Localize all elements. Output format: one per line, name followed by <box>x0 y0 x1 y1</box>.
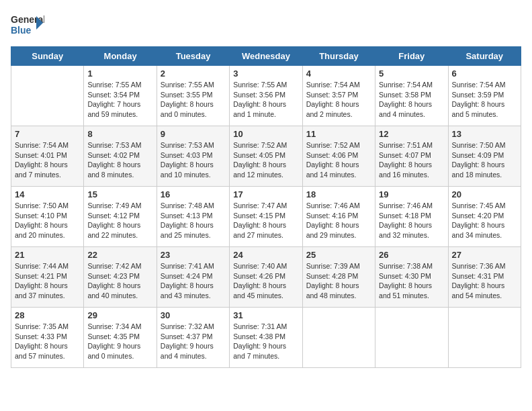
calendar-cell: 18Sunrise: 7:46 AM Sunset: 4:16 PM Dayli… <box>302 187 375 247</box>
date-number: 29 <box>87 310 152 320</box>
calendar-cell: 1Sunrise: 7:55 AM Sunset: 3:54 PM Daylig… <box>84 66 157 126</box>
calendar-cell: 10Sunrise: 7:52 AM Sunset: 4:05 PM Dayli… <box>230 126 302 187</box>
page-header: GeneralBlue <box>11 11 521 41</box>
cell-content: Sunrise: 7:39 AM Sunset: 4:28 PM Dayligh… <box>306 261 371 301</box>
date-number: 18 <box>306 189 371 199</box>
cell-content: Sunrise: 7:44 AM Sunset: 4:21 PM Dayligh… <box>15 261 80 301</box>
calendar-cell <box>375 308 448 368</box>
date-number: 8 <box>87 129 152 139</box>
cell-content: Sunrise: 7:41 AM Sunset: 4:24 PM Dayligh… <box>161 261 226 301</box>
calendar-cell: 12Sunrise: 7:51 AM Sunset: 4:07 PM Dayli… <box>375 126 448 187</box>
date-number: 16 <box>161 189 226 199</box>
cell-content: Sunrise: 7:35 AM Sunset: 4:33 PM Dayligh… <box>15 322 80 361</box>
calendar-cell: 21Sunrise: 7:44 AM Sunset: 4:21 PM Dayli… <box>11 247 84 308</box>
week-row-3: 14Sunrise: 7:50 AM Sunset: 4:10 PM Dayli… <box>11 187 521 247</box>
cell-content: Sunrise: 7:40 AM Sunset: 4:26 PM Dayligh… <box>233 261 298 301</box>
calendar-table: SundayMondayTuesdayWednesdayThursdayFrid… <box>11 46 521 368</box>
date-number: 1 <box>87 68 152 79</box>
svg-text:Blue: Blue <box>11 25 32 36</box>
calendar-cell: 27Sunrise: 7:36 AM Sunset: 4:31 PM Dayli… <box>448 247 521 308</box>
day-header-row: SundayMondayTuesdayWednesdayThursdayFrid… <box>11 47 521 66</box>
calendar-cell: 6Sunrise: 7:54 AM Sunset: 3:59 PM Daylig… <box>448 66 521 126</box>
calendar-cell: 24Sunrise: 7:40 AM Sunset: 4:26 PM Dayli… <box>230 247 302 308</box>
date-number: 19 <box>379 189 444 199</box>
calendar-cell: 3Sunrise: 7:55 AM Sunset: 3:56 PM Daylig… <box>230 66 302 126</box>
calendar-cell: 13Sunrise: 7:50 AM Sunset: 4:09 PM Dayli… <box>448 126 521 187</box>
calendar-cell: 31Sunrise: 7:31 AM Sunset: 4:38 PM Dayli… <box>230 308 302 368</box>
cell-content: Sunrise: 7:55 AM Sunset: 3:55 PM Dayligh… <box>161 80 226 120</box>
calendar-cell: 17Sunrise: 7:47 AM Sunset: 4:15 PM Dayli… <box>230 187 302 247</box>
calendar-cell: 28Sunrise: 7:35 AM Sunset: 4:33 PM Dayli… <box>11 308 84 368</box>
date-number: 5 <box>379 68 444 79</box>
day-header-saturday: Saturday <box>448 47 521 66</box>
logo: GeneralBlue <box>11 11 44 41</box>
cell-content: Sunrise: 7:53 AM Sunset: 4:02 PM Dayligh… <box>87 140 152 180</box>
date-number: 31 <box>233 310 298 320</box>
cell-content: Sunrise: 7:42 AM Sunset: 4:23 PM Dayligh… <box>87 261 152 301</box>
week-row-1: 1Sunrise: 7:55 AM Sunset: 3:54 PM Daylig… <box>11 66 521 126</box>
date-number: 13 <box>452 129 517 139</box>
calendar-cell: 20Sunrise: 7:45 AM Sunset: 4:20 PM Dayli… <box>448 187 521 247</box>
calendar-cell: 2Sunrise: 7:55 AM Sunset: 3:55 PM Daylig… <box>157 66 229 126</box>
date-number: 14 <box>15 189 80 199</box>
date-number: 6 <box>452 68 517 79</box>
calendar-cell: 8Sunrise: 7:53 AM Sunset: 4:02 PM Daylig… <box>84 126 157 187</box>
date-number: 15 <box>87 189 152 199</box>
cell-content: Sunrise: 7:55 AM Sunset: 3:56 PM Dayligh… <box>233 80 298 120</box>
cell-content: Sunrise: 7:47 AM Sunset: 4:15 PM Dayligh… <box>233 201 298 240</box>
week-row-5: 28Sunrise: 7:35 AM Sunset: 4:33 PM Dayli… <box>11 308 521 368</box>
date-number: 7 <box>15 129 80 139</box>
calendar-cell <box>448 308 521 368</box>
day-header-thursday: Thursday <box>302 47 375 66</box>
calendar-cell: 5Sunrise: 7:54 AM Sunset: 3:58 PM Daylig… <box>375 66 448 126</box>
date-number: 4 <box>306 68 371 79</box>
cell-content: Sunrise: 7:54 AM Sunset: 3:57 PM Dayligh… <box>306 80 371 120</box>
calendar-cell: 29Sunrise: 7:34 AM Sunset: 4:35 PM Dayli… <box>84 308 157 368</box>
week-row-4: 21Sunrise: 7:44 AM Sunset: 4:21 PM Dayli… <box>11 247 521 308</box>
calendar-cell: 19Sunrise: 7:46 AM Sunset: 4:18 PM Dayli… <box>375 187 448 247</box>
calendar-cell <box>11 66 84 126</box>
cell-content: Sunrise: 7:54 AM Sunset: 4:01 PM Dayligh… <box>15 140 80 180</box>
calendar-cell: 22Sunrise: 7:42 AM Sunset: 4:23 PM Dayli… <box>84 247 157 308</box>
date-number: 25 <box>306 250 371 260</box>
cell-content: Sunrise: 7:54 AM Sunset: 3:58 PM Dayligh… <box>379 80 444 120</box>
cell-content: Sunrise: 7:34 AM Sunset: 4:35 PM Dayligh… <box>87 322 152 361</box>
date-number: 3 <box>233 68 298 79</box>
cell-content: Sunrise: 7:52 AM Sunset: 4:06 PM Dayligh… <box>306 140 371 180</box>
calendar-cell: 25Sunrise: 7:39 AM Sunset: 4:28 PM Dayli… <box>302 247 375 308</box>
date-number: 21 <box>15 250 80 260</box>
cell-content: Sunrise: 7:32 AM Sunset: 4:37 PM Dayligh… <box>161 322 226 361</box>
calendar-cell: 30Sunrise: 7:32 AM Sunset: 4:37 PM Dayli… <box>157 308 229 368</box>
cell-content: Sunrise: 7:46 AM Sunset: 4:18 PM Dayligh… <box>379 201 444 240</box>
date-number: 27 <box>452 250 517 260</box>
date-number: 20 <box>452 189 517 199</box>
calendar-cell: 16Sunrise: 7:48 AM Sunset: 4:13 PM Dayli… <box>157 187 229 247</box>
calendar-cell: 11Sunrise: 7:52 AM Sunset: 4:06 PM Dayli… <box>302 126 375 187</box>
logo-icon: GeneralBlue <box>11 11 44 41</box>
date-number: 9 <box>161 129 226 139</box>
date-number: 30 <box>161 310 226 320</box>
calendar-cell: 14Sunrise: 7:50 AM Sunset: 4:10 PM Dayli… <box>11 187 84 247</box>
day-header-tuesday: Tuesday <box>157 47 229 66</box>
date-number: 26 <box>379 250 444 260</box>
day-header-monday: Monday <box>84 47 157 66</box>
cell-content: Sunrise: 7:53 AM Sunset: 4:03 PM Dayligh… <box>161 140 226 180</box>
cell-content: Sunrise: 7:51 AM Sunset: 4:07 PM Dayligh… <box>379 140 444 180</box>
date-number: 17 <box>233 189 298 199</box>
calendar-cell: 23Sunrise: 7:41 AM Sunset: 4:24 PM Dayli… <box>157 247 229 308</box>
cell-content: Sunrise: 7:48 AM Sunset: 4:13 PM Dayligh… <box>161 201 226 240</box>
cell-content: Sunrise: 7:38 AM Sunset: 4:30 PM Dayligh… <box>379 261 444 301</box>
date-number: 10 <box>233 129 298 139</box>
calendar-cell: 26Sunrise: 7:38 AM Sunset: 4:30 PM Dayli… <box>375 247 448 308</box>
cell-content: Sunrise: 7:50 AM Sunset: 4:10 PM Dayligh… <box>15 201 80 240</box>
day-header-friday: Friday <box>375 47 448 66</box>
week-row-2: 7Sunrise: 7:54 AM Sunset: 4:01 PM Daylig… <box>11 126 521 187</box>
date-number: 2 <box>161 68 226 79</box>
date-number: 22 <box>87 250 152 260</box>
day-header-sunday: Sunday <box>11 47 84 66</box>
cell-content: Sunrise: 7:36 AM Sunset: 4:31 PM Dayligh… <box>452 261 517 301</box>
cell-content: Sunrise: 7:49 AM Sunset: 4:12 PM Dayligh… <box>87 201 152 240</box>
cell-content: Sunrise: 7:54 AM Sunset: 3:59 PM Dayligh… <box>452 80 517 120</box>
cell-content: Sunrise: 7:55 AM Sunset: 3:54 PM Dayligh… <box>87 80 152 120</box>
date-number: 11 <box>306 129 371 139</box>
